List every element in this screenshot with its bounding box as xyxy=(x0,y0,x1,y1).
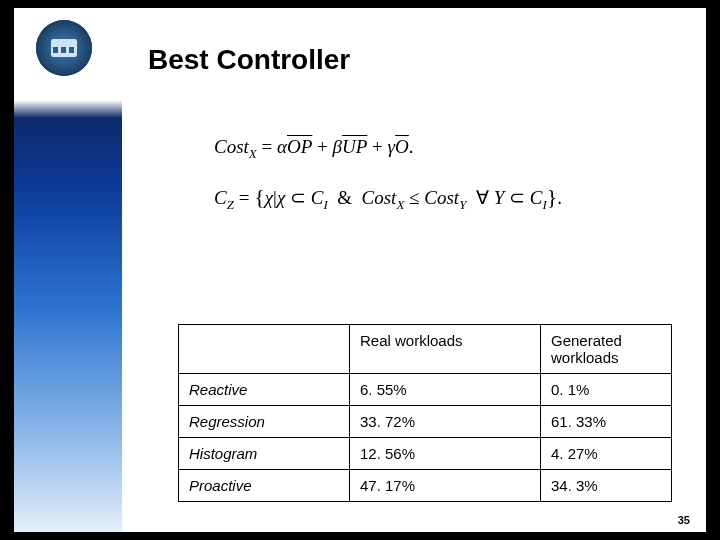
row-name: Reactive xyxy=(179,374,350,406)
results-table: Real workloads Generated workloads React… xyxy=(178,324,672,502)
university-logo xyxy=(36,20,92,76)
sidebar-gradient xyxy=(14,8,122,532)
header-empty xyxy=(179,325,350,374)
page-title: Best Controller xyxy=(148,44,350,76)
results-table-wrap: Real workloads Generated workloads React… xyxy=(178,324,672,502)
row-name: Proactive xyxy=(179,470,350,502)
cell-real: 47. 17% xyxy=(350,470,541,502)
row-name: Regression xyxy=(179,406,350,438)
slide: Best Controller CostX = αOP + βUP + γO. … xyxy=(14,8,706,532)
cell-real: 33. 72% xyxy=(350,406,541,438)
cell-gen: 34. 3% xyxy=(541,470,672,502)
formula-set: CZ = {χ|χ ⊂ CI & CostX ≤ CostY ∀ Y ⊂ CI}… xyxy=(214,184,614,213)
table-header-row: Real workloads Generated workloads xyxy=(179,325,672,374)
table-row: Regression 33. 72% 61. 33% xyxy=(179,406,672,438)
cell-gen: 0. 1% xyxy=(541,374,672,406)
content-area: Best Controller CostX = αOP + βUP + γO. … xyxy=(138,8,698,532)
table-row: Reactive 6. 55% 0. 1% xyxy=(179,374,672,406)
formulas: CostX = αOP + βUP + γO. CZ = {χ|χ ⊂ CI &… xyxy=(214,136,614,235)
row-name: Histogram xyxy=(179,438,350,470)
cell-real: 12. 56% xyxy=(350,438,541,470)
cell-gen: 61. 33% xyxy=(541,406,672,438)
logo-building-icon xyxy=(51,39,77,57)
cell-real: 6. 55% xyxy=(350,374,541,406)
col-real: Real workloads xyxy=(350,325,541,374)
table-row: Histogram 12. 56% 4. 27% xyxy=(179,438,672,470)
page-number: 35 xyxy=(678,514,690,526)
formula-cost: CostX = αOP + βUP + γO. xyxy=(214,136,614,162)
col-generated: Generated workloads xyxy=(541,325,672,374)
table-row: Proactive 47. 17% 34. 3% xyxy=(179,470,672,502)
cell-gen: 4. 27% xyxy=(541,438,672,470)
